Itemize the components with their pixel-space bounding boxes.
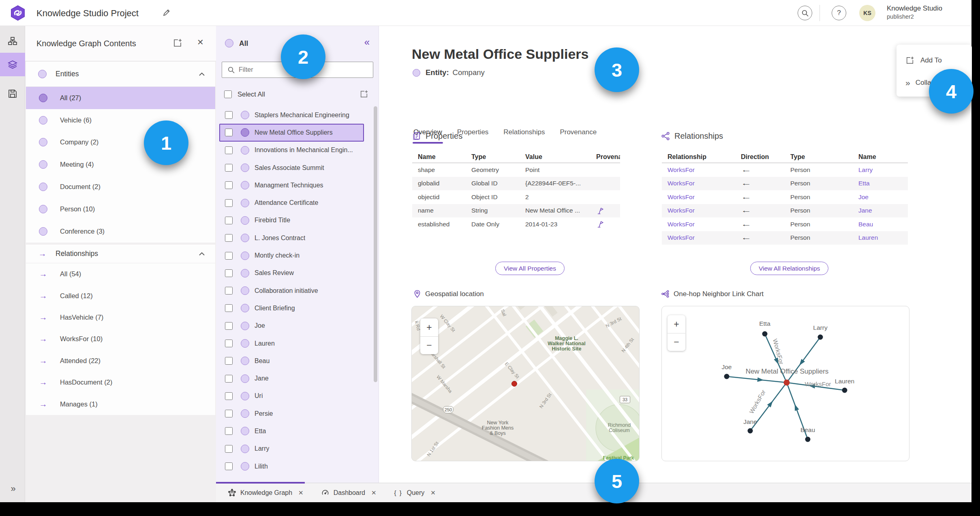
list-item-checkbox[interactable] bbox=[225, 164, 233, 172]
list-item-checkbox[interactable] bbox=[225, 392, 233, 400]
sidebar-item-relationship-type[interactable]: →HasDocument (2) bbox=[26, 372, 215, 393]
edit-title-icon[interactable] bbox=[162, 8, 171, 17]
sidebar-item-relationship-type[interactable]: →HasVehicle (7) bbox=[26, 307, 215, 328]
list-item[interactable]: Jane bbox=[219, 370, 364, 387]
list-item-checkbox[interactable] bbox=[225, 181, 233, 189]
list-item[interactable]: Collaboration initiative bbox=[219, 282, 364, 299]
list-item[interactable]: Uri bbox=[219, 387, 364, 405]
list-item[interactable]: Attendance Certificate bbox=[219, 194, 364, 211]
related-entity-link[interactable]: Joe bbox=[853, 194, 908, 201]
list-item[interactable]: Sales Review bbox=[219, 264, 364, 282]
related-entity-link[interactable]: Larry bbox=[853, 166, 908, 174]
relationship-link[interactable]: WorksFor bbox=[662, 194, 735, 201]
list-item-checkbox[interactable] bbox=[225, 322, 233, 330]
map[interactable]: + − k RdW Clay StSalN 3rd StN 4th StMagg… bbox=[411, 306, 640, 461]
close-tab-icon[interactable]: ✕ bbox=[371, 489, 377, 497]
sidebar-item-relationship-type[interactable]: →Attended (22) bbox=[26, 350, 215, 372]
relationship-link[interactable]: WorksFor bbox=[662, 207, 735, 214]
tab-provenance[interactable]: Provenance bbox=[560, 128, 597, 139]
sidebar-item-entity-type[interactable]: Person (10) bbox=[26, 198, 215, 220]
sidebar-item-entity-type[interactable]: Meeting (4) bbox=[26, 153, 215, 176]
list-item-checkbox[interactable] bbox=[225, 375, 233, 383]
list-item-checkbox[interactable] bbox=[225, 287, 233, 295]
user-menu[interactable]: Knowledge Studio publisher2 bbox=[887, 4, 942, 21]
bottom-tab-query[interactable]: { }Query✕ bbox=[394, 489, 436, 497]
save-icon[interactable] bbox=[0, 82, 25, 105]
entities-section-header[interactable]: Entities bbox=[26, 62, 215, 87]
relationship-link[interactable]: WorksFor bbox=[662, 234, 735, 241]
scrollbar-thumb[interactable] bbox=[374, 106, 377, 382]
list-item[interactable]: Larry bbox=[219, 440, 364, 458]
zoom-out-button[interactable]: − bbox=[420, 336, 438, 354]
add-to-new-icon[interactable] bbox=[173, 38, 182, 48]
list-item-checkbox[interactable] bbox=[225, 445, 233, 453]
sidebar-item-entity-type[interactable]: All (27) bbox=[26, 87, 215, 109]
list-item-checkbox[interactable] bbox=[225, 304, 233, 312]
sidebar-item-relationship-type[interactable]: →All (54) bbox=[26, 263, 215, 285]
view-all-relationships-button[interactable]: View All Relationships bbox=[750, 262, 828, 275]
list-item[interactable]: Managment Techniques bbox=[219, 176, 364, 194]
list-item[interactable]: Lilith bbox=[219, 458, 364, 475]
list-item-checkbox[interactable] bbox=[225, 111, 233, 119]
related-entity-link[interactable]: Etta bbox=[853, 180, 908, 187]
chevron-up-icon[interactable] bbox=[199, 72, 205, 76]
collapse-menu-item[interactable]: » Colla bbox=[905, 78, 931, 88]
sidebar-item-entity-type[interactable]: Conference (3) bbox=[26, 220, 215, 243]
layers-icon[interactable] bbox=[0, 53, 25, 76]
app-logo-icon[interactable] bbox=[10, 5, 26, 21]
list-item-checkbox[interactable] bbox=[225, 462, 233, 470]
sidebar-item-entity-type[interactable]: Document (2) bbox=[26, 176, 215, 198]
close-tab-icon[interactable]: ✕ bbox=[298, 489, 304, 497]
sidebar-item-relationship-type[interactable]: →WorksFor (10) bbox=[26, 328, 215, 350]
list-item[interactable]: Persie bbox=[219, 405, 364, 422]
property-provenance[interactable] bbox=[591, 220, 620, 228]
bottom-tab-dashboard[interactable]: Dashboard✕ bbox=[321, 489, 377, 497]
related-entity-link[interactable]: Beau bbox=[853, 221, 908, 228]
list-item-checkbox[interactable] bbox=[225, 410, 233, 417]
list-item-checkbox[interactable] bbox=[225, 234, 233, 242]
zoom-in-button[interactable]: + bbox=[668, 315, 685, 333]
collapse-panel-icon[interactable]: « bbox=[364, 37, 370, 48]
list-item[interactable]: New Metal Office Suppliers bbox=[219, 124, 364, 141]
select-all-checkbox[interactable] bbox=[224, 90, 232, 98]
list-item[interactable]: Client Briefing bbox=[219, 299, 364, 317]
list-item-checkbox[interactable] bbox=[225, 199, 233, 207]
list-item[interactable]: Montly check-in bbox=[219, 247, 364, 264]
list-item[interactable]: Sales Associate Summit bbox=[219, 159, 364, 176]
list-item[interactable]: Lauren bbox=[219, 335, 364, 352]
relationship-link[interactable]: WorksFor bbox=[662, 180, 735, 187]
expand-rail-icon[interactable]: » bbox=[0, 484, 25, 494]
zoom-out-button[interactable]: − bbox=[668, 333, 685, 351]
project-hierarchy-icon[interactable] bbox=[0, 29, 25, 53]
link-chart[interactable]: + − WorksForWorksForWorksForEttaLarryJoe… bbox=[661, 306, 909, 461]
list-item-checkbox[interactable] bbox=[225, 357, 233, 365]
zoom-in-button[interactable]: + bbox=[420, 318, 438, 336]
list-item[interactable]: Firebird Title bbox=[219, 212, 364, 229]
close-panel-icon[interactable]: ✕ bbox=[197, 37, 204, 47]
list-item-checkbox[interactable] bbox=[225, 340, 233, 347]
property-provenance[interactable] bbox=[591, 207, 620, 215]
add-to-menu-item[interactable]: Add To bbox=[905, 56, 942, 65]
relationships-section-header[interactable]: → Relationships bbox=[26, 245, 215, 263]
list-item-checkbox[interactable] bbox=[225, 427, 233, 435]
list-item[interactable]: Joe bbox=[219, 317, 364, 335]
list-item-checkbox[interactable] bbox=[225, 269, 233, 277]
related-entity-link[interactable]: Lauren bbox=[853, 234, 908, 241]
view-all-properties-button[interactable]: View All Properties bbox=[495, 262, 565, 275]
list-item-checkbox[interactable] bbox=[225, 146, 233, 154]
bottom-tab-knowledge-graph[interactable]: Knowledge Graph✕ bbox=[228, 489, 304, 497]
list-item[interactable]: Beau bbox=[219, 352, 364, 370]
tab-relationships[interactable]: Relationships bbox=[503, 128, 545, 139]
search-icon[interactable] bbox=[798, 6, 812, 20]
list-item-checkbox[interactable] bbox=[225, 252, 233, 260]
relationship-link[interactable]: WorksFor bbox=[662, 221, 735, 228]
list-item[interactable]: Staplers Mechanical Engineering bbox=[219, 106, 364, 124]
list-item[interactable]: Innovations in Mechanical Engin... bbox=[219, 142, 364, 159]
list-item[interactable]: Etta bbox=[219, 422, 364, 440]
sidebar-item-relationship-type[interactable]: →Called (12) bbox=[26, 285, 215, 306]
list-item-checkbox[interactable] bbox=[225, 217, 233, 224]
chevron-up-icon[interactable] bbox=[199, 252, 205, 256]
list-item-checkbox[interactable] bbox=[225, 129, 233, 136]
sidebar-item-relationship-type[interactable]: →Manages (1) bbox=[26, 393, 215, 415]
add-to-new-icon[interactable] bbox=[359, 90, 368, 99]
